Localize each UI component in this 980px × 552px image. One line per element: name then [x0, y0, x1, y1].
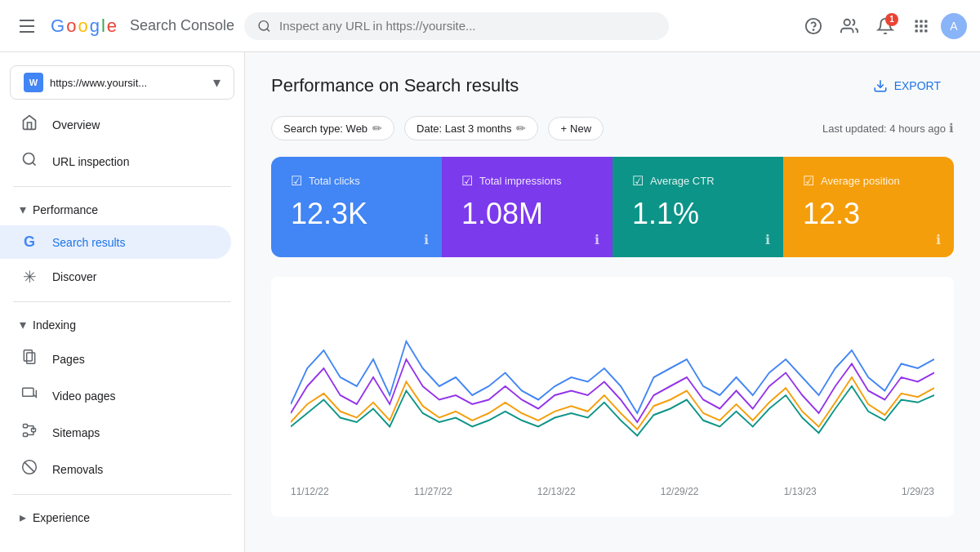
svg-rect-8 [915, 24, 918, 27]
notifications-button[interactable]: 1 [869, 10, 902, 42]
metric-average-ctr[interactable]: ☑ Average CTR 1.1% ℹ [612, 157, 783, 257]
svg-line-15 [33, 162, 36, 166]
google-logo: Google [51, 16, 117, 37]
svg-rect-10 [924, 24, 927, 27]
nav-search-results-label: Search results [52, 236, 125, 249]
sitemaps-icon [20, 422, 39, 443]
ctr-info-icon[interactable]: ℹ [765, 232, 770, 247]
search-url-icon [20, 151, 39, 171]
search-input[interactable] [279, 19, 656, 33]
metric-average-position[interactable]: ☑ Average position 12.3 ℹ [783, 157, 954, 257]
position-check-icon: ☑ [803, 173, 814, 189]
sidebar: W https://www.yoursit... ▾ Overview URL … [0, 52, 245, 552]
removals-icon [20, 459, 39, 479]
help-button[interactable] [797, 10, 830, 42]
content-area: Performance on Search results EXPORT Sea… [245, 52, 980, 552]
x-label-1: 11/27/22 [414, 486, 452, 497]
svg-rect-13 [924, 29, 927, 32]
x-label-4: 1/13/23 [784, 486, 817, 497]
nav-discover-label: Discover [52, 270, 96, 283]
chart-container: 11/12/22 11/27/22 12/13/22 12/29/22 1/13… [271, 277, 954, 517]
svg-point-0 [259, 20, 268, 29]
collapse-indexing-icon: ▾ [20, 317, 26, 332]
position-label: ☑ Average position [803, 173, 934, 189]
nav-sitemaps[interactable]: Sitemaps [0, 414, 231, 451]
experience-label: Experience [33, 511, 90, 524]
impressions-value: 1.08M [461, 197, 593, 231]
new-filter-label: New [570, 122, 591, 135]
pages-icon [20, 349, 39, 369]
clicks-value: 12.3K [291, 197, 422, 231]
clicks-check-icon: ☑ [291, 173, 302, 189]
section-indexing[interactable]: ▾ Indexing [0, 309, 244, 341]
svg-rect-18 [23, 388, 33, 396]
indexing-label: Indexing [33, 318, 76, 332]
performance-chart [291, 296, 934, 476]
discover-icon: ✳ [20, 267, 39, 287]
svg-rect-20 [24, 433, 28, 436]
product-name: Search Console [130, 17, 234, 34]
metric-cards: ☑ Total clicks 12.3K ℹ ☑ Total impressio… [271, 157, 954, 257]
nav-removals-label: Removals [52, 463, 103, 476]
nav-discover[interactable]: ✳ Discover [0, 259, 231, 295]
last-updated-text: Last updated: 4 hours ago [822, 122, 946, 135]
svg-rect-11 [915, 29, 918, 32]
search-type-filter[interactable]: Search type: Web ✏ [271, 116, 394, 140]
nav-video-pages-label: Video pages [52, 390, 116, 403]
svg-line-27 [24, 462, 34, 472]
ctr-label: ☑ Average CTR [632, 173, 764, 189]
svg-line-1 [267, 29, 270, 31]
metric-total-impressions[interactable]: ☑ Total impressions 1.08M ℹ [442, 157, 612, 257]
x-label-2: 12/13/22 [537, 486, 576, 497]
nav-video-pages[interactable]: Video pages [0, 377, 231, 414]
sidebar-divider-1 [13, 186, 231, 187]
metric-total-clicks[interactable]: ☑ Total clicks 12.3K ℹ [271, 157, 442, 257]
x-label-0: 11/12/22 [291, 486, 329, 497]
svg-point-4 [844, 19, 850, 24]
page-title: Performance on Search results [271, 75, 519, 96]
impressions-info-icon[interactable]: ℹ [595, 232, 599, 247]
nav-overview[interactable]: Overview [0, 106, 231, 143]
clicks-info-icon[interactable]: ℹ [424, 232, 429, 247]
filter-bar: Search type: Web ✏ Date: Last 3 months ✏… [271, 116, 954, 140]
home-icon [20, 114, 39, 135]
collapse-experience-icon: ▸ [20, 510, 26, 525]
nav-removals[interactable]: Removals [0, 451, 231, 487]
sidebar-divider-2 [13, 301, 231, 302]
new-filter-button[interactable]: + New [548, 117, 604, 140]
section-experience[interactable]: ▸ Experience [0, 501, 244, 533]
hamburger-button[interactable] [13, 13, 41, 39]
apps-button[interactable] [905, 10, 938, 42]
page-header: Performance on Search results EXPORT [271, 72, 954, 100]
date-label: Date: Last 3 months [416, 122, 511, 135]
people-button[interactable] [833, 10, 866, 42]
nav-url-inspection[interactable]: URL inspection [0, 143, 231, 180]
last-updated: Last updated: 4 hours ago ℹ [822, 121, 954, 136]
ctr-value: 1.1% [632, 197, 764, 231]
search-bar[interactable] [244, 12, 669, 40]
date-filter[interactable]: Date: Last 3 months ✏ [404, 116, 538, 140]
position-info-icon[interactable]: ℹ [936, 232, 941, 247]
top-header: Google Search Console 1 A [0, 0, 980, 52]
section-performance[interactable]: ▾ Performance [0, 194, 244, 225]
chart-x-axis: 11/12/22 11/27/22 12/13/22 12/29/22 1/13… [291, 479, 934, 497]
nav-pages[interactable]: Pages [0, 341, 231, 377]
ctr-check-icon: ☑ [632, 173, 644, 189]
main-layout: W https://www.yoursit... ▾ Overview URL … [0, 52, 980, 552]
position-value: 12.3 [803, 197, 934, 231]
search-icon [257, 19, 271, 33]
nav-search-results[interactable]: G Search results [0, 225, 231, 259]
video-pages-icon [20, 385, 39, 406]
export-icon [873, 78, 888, 93]
google-g-icon: G [20, 234, 39, 251]
svg-rect-6 [920, 20, 922, 22]
nav-overview-label: Overview [52, 118, 100, 131]
performance-label: Performance [33, 203, 98, 216]
last-updated-info-icon: ℹ [949, 121, 954, 136]
site-selector[interactable]: W https://www.yoursit... ▾ [10, 65, 234, 100]
svg-rect-9 [920, 24, 922, 27]
nav-pages-label: Pages [52, 353, 85, 366]
impressions-check-icon: ☑ [461, 173, 473, 189]
avatar[interactable]: A [941, 13, 967, 39]
export-button[interactable]: EXPORT [860, 72, 954, 100]
